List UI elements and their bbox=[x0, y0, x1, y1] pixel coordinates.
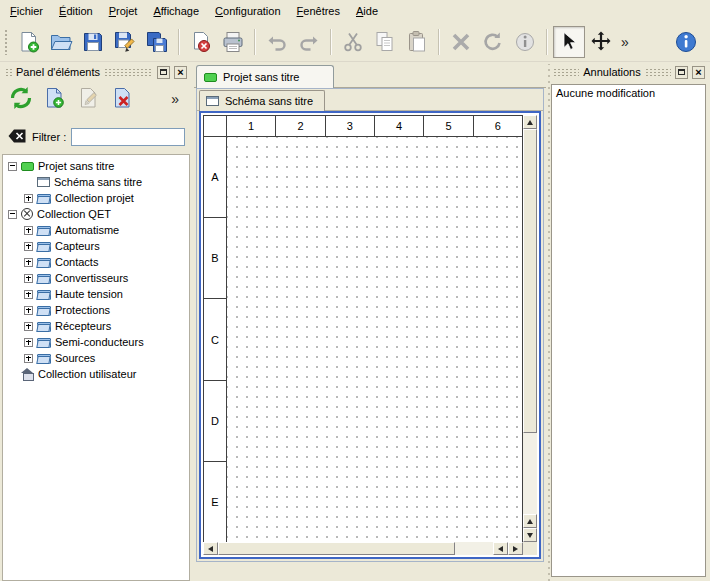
new-element-button[interactable] bbox=[40, 84, 70, 114]
scroll-left-button-2[interactable] bbox=[493, 542, 508, 555]
menu-aide-label: Aide bbox=[356, 5, 378, 17]
paste-button[interactable] bbox=[401, 26, 433, 58]
collapse-expander-icon[interactable] bbox=[8, 162, 17, 171]
dock-grip-dots bbox=[645, 68, 671, 77]
tree-item-projet-sans-titre[interactable]: Projet sans titre bbox=[3, 158, 189, 174]
arrow-up-icon bbox=[527, 519, 533, 524]
move-tool-button[interactable] bbox=[585, 26, 617, 58]
expand-expander-icon[interactable] bbox=[24, 226, 33, 235]
close-panel-button[interactable] bbox=[174, 66, 187, 79]
save-all-button[interactable] bbox=[141, 26, 173, 58]
vertical-scroll-track[interactable] bbox=[523, 129, 537, 514]
panel-toolbar-overflow-button[interactable]: » bbox=[167, 84, 183, 114]
tree-item-label: Convertisseurs bbox=[55, 272, 128, 284]
toolbar-grip[interactable] bbox=[4, 29, 9, 55]
tree-item-contacts[interactable]: Contacts bbox=[3, 254, 189, 270]
copy-button[interactable] bbox=[369, 26, 401, 58]
scroll-down-button[interactable] bbox=[523, 528, 537, 542]
horizontal-scroll-thumb[interactable] bbox=[218, 542, 455, 555]
save-button[interactable] bbox=[77, 26, 109, 58]
tab-schema-sans-titre[interactable]: Schéma sans titre bbox=[199, 90, 325, 111]
toolbar-separator bbox=[254, 29, 256, 55]
element-info-button[interactable] bbox=[509, 26, 541, 58]
menu-affichage[interactable]: Affichage bbox=[145, 0, 207, 22]
close-file-button[interactable] bbox=[185, 26, 217, 58]
delete-button[interactable] bbox=[445, 26, 477, 58]
scroll-up-button-2[interactable] bbox=[523, 514, 537, 528]
expand-expander-icon[interactable] bbox=[24, 290, 33, 299]
menu-edition[interactable]: Édition bbox=[51, 0, 101, 22]
menu-bar: Fichier Édition Projet Affichage Configu… bbox=[0, 0, 710, 22]
tree-item-label: Contacts bbox=[55, 256, 98, 268]
expand-expander-icon[interactable] bbox=[24, 306, 33, 315]
save-as-button[interactable] bbox=[109, 26, 141, 58]
expand-expander-icon[interactable] bbox=[24, 258, 33, 267]
tree-item-haute-tension[interactable]: Haute tension bbox=[3, 286, 189, 302]
delete-element-button[interactable] bbox=[108, 84, 138, 114]
tab-projet-sans-titre[interactable]: Projet sans titre bbox=[196, 65, 334, 88]
qelectrotech-window: Fichier Édition Projet Affichage Configu… bbox=[0, 0, 710, 581]
scroll-left-button[interactable] bbox=[203, 542, 218, 555]
mdi-workspace: Projet sans titre Schéma sans titre 1 2 … bbox=[194, 64, 546, 581]
copy-icon bbox=[373, 30, 397, 54]
tree-item-collection-utilisateur[interactable]: Collection utilisateur bbox=[3, 366, 189, 382]
edit-element-button[interactable] bbox=[74, 84, 104, 114]
filter-row: Filtrer : bbox=[2, 125, 190, 149]
float-panel-button[interactable] bbox=[157, 66, 170, 79]
vertical-scrollbar[interactable] bbox=[523, 115, 537, 542]
tree-item-label: Sources bbox=[55, 352, 95, 364]
menu-fichier[interactable]: Fichier bbox=[2, 0, 51, 22]
redo-button[interactable] bbox=[293, 26, 325, 58]
cut-button[interactable] bbox=[337, 26, 369, 58]
expand-expander-icon[interactable] bbox=[24, 274, 33, 283]
horizontal-scrollbar[interactable] bbox=[203, 542, 523, 555]
tree-item-recepteurs[interactable]: Récepteurs bbox=[3, 318, 189, 334]
clear-filter-icon[interactable] bbox=[7, 128, 27, 146]
menu-aide[interactable]: Aide bbox=[348, 0, 386, 22]
tree-item-protections[interactable]: Protections bbox=[3, 302, 189, 318]
toolbar-overflow-button[interactable]: » bbox=[617, 27, 633, 57]
tree-item-convertisseurs[interactable]: Convertisseurs bbox=[3, 270, 189, 286]
menu-projet[interactable]: Projet bbox=[101, 0, 146, 22]
new-document-button[interactable] bbox=[13, 26, 45, 58]
collapse-expander-icon[interactable] bbox=[8, 210, 17, 219]
select-tool-button[interactable] bbox=[553, 26, 585, 58]
tree-item-schema-sans-titre[interactable]: Schéma sans titre bbox=[3, 174, 189, 190]
vertical-scroll-thumb[interactable] bbox=[523, 129, 537, 433]
tree-item-automatisme[interactable]: Automatisme bbox=[3, 222, 189, 238]
menu-fenetres[interactable]: Fenêtres bbox=[289, 0, 348, 22]
expand-expander-icon[interactable] bbox=[24, 242, 33, 251]
elements-panel-titlebar[interactable]: Panel d'éléments bbox=[2, 64, 190, 80]
filter-input[interactable] bbox=[71, 128, 185, 146]
home-icon bbox=[21, 368, 34, 380]
scroll-up-button[interactable] bbox=[523, 115, 537, 129]
undo-button[interactable] bbox=[261, 26, 293, 58]
tree-item-label: Protections bbox=[55, 304, 110, 316]
help-info-button[interactable] bbox=[670, 26, 702, 58]
schema-canvas[interactable] bbox=[227, 137, 522, 542]
menu-configuration[interactable]: Configuration bbox=[207, 0, 288, 22]
tree-item-collection-qet[interactable]: Collection QET bbox=[3, 206, 189, 222]
close-panel-button[interactable] bbox=[692, 66, 705, 79]
expand-expander-icon[interactable] bbox=[24, 338, 33, 347]
tree-item-collection-projet[interactable]: Collection projet bbox=[3, 190, 189, 206]
tree-item-label: Récepteurs bbox=[55, 320, 111, 332]
print-button[interactable] bbox=[217, 26, 249, 58]
expand-expander-icon[interactable] bbox=[24, 194, 33, 203]
tree-item-semi-conducteurs[interactable]: Semi-conducteurs bbox=[3, 334, 189, 350]
undo-panel-titlebar[interactable]: Annulations bbox=[550, 64, 708, 80]
expand-expander-icon[interactable] bbox=[24, 322, 33, 331]
tree-item-sources[interactable]: Sources bbox=[3, 350, 189, 366]
expand-expander-icon[interactable] bbox=[24, 354, 33, 363]
rotate-button[interactable] bbox=[477, 26, 509, 58]
undo-history-list[interactable]: Aucune modification bbox=[551, 84, 706, 577]
tree-item-capteurs[interactable]: Capteurs bbox=[3, 238, 189, 254]
new-element-icon bbox=[43, 86, 67, 112]
arrow-down-icon bbox=[527, 533, 533, 538]
scroll-right-button[interactable] bbox=[508, 542, 523, 555]
horizontal-scroll-track[interactable] bbox=[218, 542, 493, 555]
open-project-button[interactable] bbox=[45, 26, 77, 58]
reload-collections-button[interactable] bbox=[6, 84, 36, 114]
undo-empty-message: Aucune modification bbox=[556, 87, 701, 99]
float-panel-button[interactable] bbox=[675, 66, 688, 79]
